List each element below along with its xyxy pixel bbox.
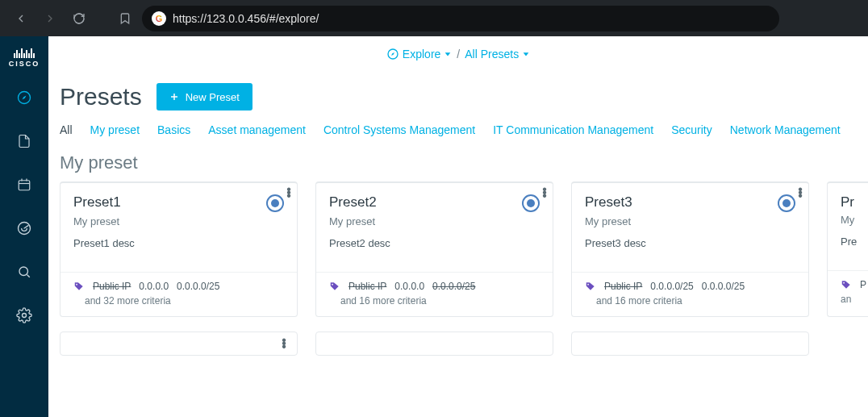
nav-explore-icon[interactable] xyxy=(15,89,33,106)
breadcrumb-allpresets[interactable]: All Presets xyxy=(465,48,530,60)
breadcrumb-sep: / xyxy=(457,48,460,60)
tab-control-systems[interactable]: Control Systems Management xyxy=(323,123,475,136)
preset-card[interactable]: ••• Preset2 My preset Preset2 desc Publi… xyxy=(315,181,553,317)
brand-text: CISCO xyxy=(9,60,40,68)
tag-icon xyxy=(329,281,340,292)
svg-point-19 xyxy=(843,282,845,284)
preset-card[interactable]: Pr My Pre P an xyxy=(827,181,868,317)
card-title: Preset1 xyxy=(73,194,121,211)
page-title: Presets xyxy=(60,83,142,111)
card-title: Preset3 xyxy=(585,194,632,211)
card-menu-button[interactable]: ••• xyxy=(535,188,554,198)
nav-events-icon[interactable] xyxy=(15,176,33,194)
nav-settings-icon[interactable] xyxy=(15,306,33,324)
chip-public-ip: Public IP xyxy=(348,281,386,292)
card-footer: Public IP 0.0.0.0 0.0.0.0/25 and 32 more… xyxy=(61,272,297,316)
svg-marker-11 xyxy=(391,52,394,56)
breadcrumb-explore-label: Explore xyxy=(403,48,440,60)
svg-rect-2 xyxy=(19,181,30,190)
cisco-logo-icon xyxy=(14,47,35,58)
card-description: Preset3 desc xyxy=(572,232,808,272)
more-criteria: and 32 more criteria xyxy=(85,295,284,306)
sidebar: CISCO xyxy=(0,36,48,417)
site-favicon: G xyxy=(152,11,166,26)
tag-icon xyxy=(73,281,85,292)
bookmark-icon[interactable] xyxy=(115,11,136,26)
card-menu-button[interactable]: ••• xyxy=(279,188,298,198)
svg-marker-13 xyxy=(524,52,529,56)
tab-basics[interactable]: Basics xyxy=(157,123,190,136)
chip-ip1: 0.0.0.0/25 xyxy=(650,281,693,292)
svg-point-18 xyxy=(587,284,589,286)
svg-point-16 xyxy=(76,284,77,286)
chevron-down-icon xyxy=(444,50,452,58)
chip-ip1: 0.0.0.0 xyxy=(394,281,424,292)
preset-card[interactable] xyxy=(315,332,553,356)
nav-forward-button[interactable] xyxy=(39,7,61,30)
chip-ip2: 0.0.0.0/25 xyxy=(177,281,219,292)
card-subtitle: My preset xyxy=(329,215,540,227)
breadcrumb-all-label: All Presets xyxy=(465,48,519,60)
brand-logo[interactable]: CISCO xyxy=(0,36,48,73)
more-criteria: and 16 more criteria xyxy=(596,295,795,306)
main-content: Explore / All Presets Presets New Preset… xyxy=(48,36,868,417)
breadcrumb: Explore / All Presets xyxy=(48,36,868,72)
preset-card[interactable]: ••• Preset1 My preset Preset1 desc Publi… xyxy=(60,181,298,317)
nav-search-icon[interactable] xyxy=(15,263,33,281)
chip-ip2: 0.0.0.0/25 xyxy=(702,281,745,292)
card-menu-button[interactable]: ••• xyxy=(791,188,810,198)
url-text: https://123.0.0.456/#/explore/ xyxy=(173,12,319,25)
card-footer: P an xyxy=(828,270,868,315)
card-subtitle: My preset xyxy=(73,215,284,227)
card-description: Pre xyxy=(828,231,868,270)
card-subtitle: My xyxy=(841,214,868,226)
svg-line-8 xyxy=(27,274,29,277)
preset-cards-row: ••• Preset1 My preset Preset1 desc Publi… xyxy=(48,181,868,317)
new-preset-label: New Preset xyxy=(186,91,240,103)
chip-public-ip: P xyxy=(860,279,866,290)
chip-public-ip: Public IP xyxy=(93,281,131,292)
svg-marker-1 xyxy=(23,96,27,100)
preset-card[interactable] xyxy=(571,332,809,356)
preset-card[interactable]: ••• Preset3 My preset Preset3 desc Publi… xyxy=(571,181,809,317)
tab-asset-management[interactable]: Asset management xyxy=(208,123,306,136)
more-criteria: an xyxy=(841,294,862,305)
card-description: Preset1 desc xyxy=(61,232,297,272)
chip-ip2: 0.0.0.0/25 xyxy=(432,281,475,292)
tag-icon xyxy=(841,279,852,290)
section-title: My preset xyxy=(48,152,868,181)
card-description: Preset2 desc xyxy=(316,232,553,272)
svg-point-7 xyxy=(19,267,28,276)
tab-it-communication[interactable]: IT Communication Management xyxy=(493,123,653,136)
tag-icon xyxy=(585,281,596,292)
chevron-down-icon xyxy=(522,50,530,58)
nav-target-icon[interactable] xyxy=(15,219,33,237)
more-criteria: and 16 more criteria xyxy=(340,295,540,306)
new-preset-button[interactable]: New Preset xyxy=(156,83,252,111)
tab-network-management[interactable]: Network Management xyxy=(730,123,841,136)
category-tabs: All My preset Basics Asset management Co… xyxy=(48,115,868,152)
svg-point-17 xyxy=(332,284,333,286)
breadcrumb-explore[interactable]: Explore xyxy=(386,48,452,60)
tab-my-preset[interactable]: My preset xyxy=(90,123,140,136)
card-title: Preset2 xyxy=(329,194,377,211)
nav-back-button[interactable] xyxy=(10,7,32,30)
card-subtitle: My preset xyxy=(585,215,795,227)
browser-toolbar: G https://123.0.0.456/#/explore/ xyxy=(0,0,868,36)
tab-all[interactable]: All xyxy=(60,123,73,136)
tab-security[interactable]: Security xyxy=(671,123,712,136)
nav-reports-icon[interactable] xyxy=(15,132,33,150)
svg-point-9 xyxy=(23,314,27,318)
card-title: Pr xyxy=(841,194,854,211)
chip-public-ip: Public IP xyxy=(604,281,642,292)
chip-ip1: 0.0.0.0 xyxy=(139,281,169,292)
plus-icon xyxy=(169,92,179,102)
svg-marker-12 xyxy=(445,52,451,56)
card-footer: Public IP 0.0.0.0/25 0.0.0.0/25 and 16 m… xyxy=(572,272,808,316)
preset-card[interactable]: ••• xyxy=(60,332,298,356)
address-bar[interactable]: G https://123.0.0.456/#/explore/ xyxy=(142,6,779,31)
card-footer: Public IP 0.0.0.0 0.0.0.0/25 and 16 more… xyxy=(316,272,553,316)
preset-cards-row-2: ••• xyxy=(48,317,868,356)
nav-reload-button[interactable] xyxy=(68,7,90,30)
card-menu-button[interactable]: ••• xyxy=(274,339,294,348)
